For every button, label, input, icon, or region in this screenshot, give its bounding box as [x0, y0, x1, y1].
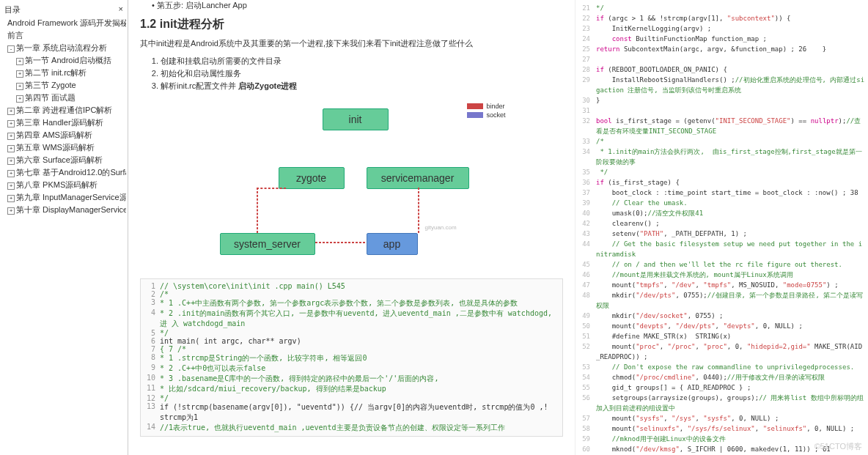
expand-icon[interactable]: + — [16, 95, 23, 103]
toc-item[interactable]: +第七章 基于Android12.0的SurfaceFlinger源 — [1, 166, 126, 179]
diagram-source: gityuan.com — [425, 224, 457, 231]
toc-item[interactable]: +第六章 Surface源码解析 — [1, 154, 126, 166]
expand-icon[interactable]: + — [7, 120, 15, 127]
expand-icon[interactable]: + — [7, 158, 15, 165]
box-app: app — [367, 233, 418, 255]
toc-item[interactable]: 前言 — [1, 29, 126, 42]
expand-icon[interactable]: + — [7, 133, 15, 140]
sidebar-title: 目录 — [4, 4, 21, 15]
toc-item[interactable]: +第三节 Zygote — [1, 79, 126, 92]
expand-icon[interactable]: - — [7, 45, 15, 53]
box-zygote: zygote — [279, 167, 345, 189]
expand-icon[interactable]: + — [7, 182, 15, 190]
sidebar: 目录 × Android Framework 源码开发揭秘前言-第一章 系统启动… — [0, 0, 128, 455]
toc-item[interactable]: +第四节 面试题 — [1, 92, 126, 104]
right-code: 21*/22if (argc > 1 && !strcmp(argv[1], "… — [575, 0, 868, 455]
close-icon[interactable]: × — [119, 4, 123, 15]
steps-list: 创建和挂载启动所需要的文件目录初始化和启动属性服务解析init.rc配置文件并 … — [161, 55, 563, 92]
expand-icon[interactable]: + — [16, 58, 23, 65]
toc-tree: Android Framework 源码开发揭秘前言-第一章 系统启动流程分析+… — [1, 17, 126, 216]
toc-item[interactable]: +第二节 init.rc解析 — [1, 67, 126, 79]
expand-icon[interactable]: + — [7, 108, 15, 115]
diagram: bindersocket init zygote servicemanager … — [213, 101, 491, 270]
toc-item[interactable]: +第十章 DisplayManagerService源码解析 — [1, 204, 126, 216]
toc-item[interactable]: +第五章 WMS源码解析 — [1, 141, 126, 154]
toc-item[interactable]: +第三章 Handler源码解析 — [1, 116, 126, 129]
toc-item[interactable]: -第一章 系统启动流程分析 — [1, 42, 126, 54]
legend: bindersocket — [467, 101, 505, 120]
toc-item[interactable]: +第一节 Android启动概括 — [1, 54, 126, 67]
toc-item[interactable]: +第八章 PKMS源码解析 — [1, 179, 126, 191]
box-svcmgr: servicemanager — [367, 167, 469, 189]
expand-icon[interactable]: + — [7, 170, 15, 177]
expand-icon[interactable]: + — [7, 207, 15, 215]
step-item: 创建和挂载启动所需要的文件目录 — [161, 55, 563, 67]
expand-icon[interactable]: + — [16, 70, 23, 78]
watermark: ©51CTO博客 — [814, 441, 862, 452]
toc-item[interactable]: +第二章 跨进程通信IPC解析 — [1, 104, 126, 116]
intro: 其中init进程是Android系统中及其重要的第一个进程,接下来我们来看下in… — [140, 38, 563, 49]
expand-icon[interactable]: + — [7, 195, 15, 202]
top-note: • 第五步: 启动Lancher App — [140, 0, 563, 11]
expand-icon[interactable]: + — [16, 83, 23, 90]
main-content: • 第五步: 启动Lancher App 1.2 init进程分析 其中init… — [128, 0, 575, 455]
expand-icon[interactable]: + — [7, 145, 15, 152]
step-item: 初始化和启动属性服务 — [161, 67, 563, 80]
toc-item[interactable]: +第四章 AMS源码解析 — [1, 129, 126, 141]
step-item: 解析init.rc配置文件并 启动Zygote进程 — [161, 80, 563, 92]
main-code: 1// \system\core\init\init .cpp main() L… — [140, 278, 563, 437]
box-sysserver: system_server — [220, 233, 315, 255]
toc-item[interactable]: +第九章 InputManagerService源码解析 — [1, 191, 126, 204]
heading: 1.2 init进程分析 — [140, 17, 563, 32]
box-init: init — [323, 108, 389, 130]
toc-item[interactable]: Android Framework 源码开发揭秘 — [1, 17, 126, 29]
